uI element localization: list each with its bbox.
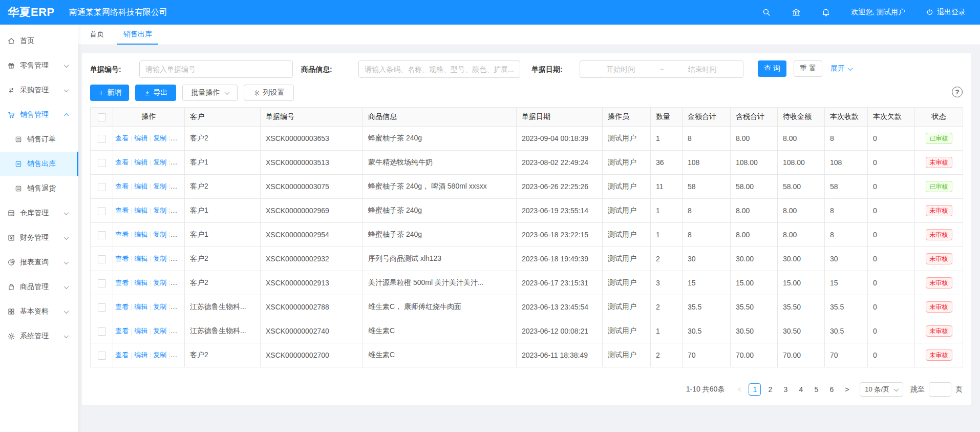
- sidebar-item-财务管理[interactable]: 财务管理: [0, 225, 78, 250]
- sidebar-item-采购管理[interactable]: 采购管理: [0, 78, 78, 102]
- row-checkbox[interactable]: [98, 231, 106, 239]
- action-link[interactable]: 查看: [115, 134, 129, 142]
- next-page-button[interactable]: >: [841, 383, 853, 396]
- page-button-3[interactable]: 3: [779, 383, 792, 396]
- action-link[interactable]: 复制: [153, 255, 166, 262]
- cell-receivable: 70.00: [778, 343, 825, 367]
- date-start-input[interactable]: [585, 65, 656, 73]
- action-link[interactable]: 查看: [115, 327, 129, 335]
- product-info-input[interactable]: [358, 60, 520, 78]
- row-checkbox[interactable]: [98, 279, 106, 287]
- toolbar: 新增 导出 批量操作 列设置 ?: [90, 85, 963, 101]
- tab-home[interactable]: 首页: [83, 25, 110, 45]
- table-header-row: 操作客户单据编号商品信息单据日期操作员数量金额合计含税合计待收金额本次收款本次欠…: [91, 108, 963, 127]
- cell-receivable: 8.00: [778, 199, 825, 223]
- tab-sales-outbound[interactable]: 销售出库: [117, 25, 158, 45]
- jump-to-page-input[interactable]: [929, 382, 951, 397]
- sidebar-item-label: 销售出库: [27, 159, 56, 169]
- expand-link[interactable]: 展开: [830, 60, 852, 77]
- row-checkbox[interactable]: [98, 303, 106, 312]
- action-link[interactable]: 编辑: [134, 303, 147, 311]
- action-link[interactable]: 复制: [153, 134, 166, 142]
- action-link[interactable]: 编辑: [134, 134, 147, 142]
- row-checkbox[interactable]: [98, 159, 106, 167]
- row-checkbox[interactable]: [98, 135, 106, 143]
- select-all-checkbox[interactable]: [98, 113, 106, 121]
- reset-button[interactable]: 重 置: [794, 60, 822, 77]
- sidebar-item-销售订单[interactable]: 销售订单: [0, 127, 78, 152]
- pagination: 1-10 共60条 < 123456 > 10 条/页 跳至 页: [686, 382, 963, 397]
- action-link[interactable]: 复制: [153, 231, 166, 238]
- action-link[interactable]: 编辑: [134, 351, 147, 359]
- sidebar-item-商品管理[interactable]: 商品管理: [0, 275, 78, 299]
- sidebar-item-销售退货[interactable]: 销售退货: [0, 176, 78, 201]
- action-link[interactable]: 编辑: [134, 231, 147, 238]
- add-button[interactable]: 新增: [90, 85, 129, 101]
- action-link[interactable]: 编辑: [134, 279, 147, 286]
- action-link[interactable]: 编辑: [134, 255, 147, 262]
- row-checkbox[interactable]: [98, 207, 106, 215]
- cell-tax_total: 8.00: [731, 127, 778, 151]
- batch-actions-dropdown[interactable]: 批量操作: [182, 85, 238, 101]
- date-range-picker[interactable]: ~: [580, 60, 743, 78]
- search-button[interactable]: 查 询: [758, 60, 786, 77]
- row-checkbox[interactable]: [98, 327, 106, 336]
- row-checkbox[interactable]: [98, 255, 106, 263]
- action-link[interactable]: 查看: [115, 255, 129, 262]
- action-link[interactable]: 查看: [115, 207, 129, 214]
- date-end-input[interactable]: [667, 65, 738, 73]
- sidebar-item-仓库管理[interactable]: 仓库管理: [0, 201, 78, 225]
- column-header: 待收金额: [778, 108, 825, 127]
- page-button-1[interactable]: 1: [749, 383, 761, 396]
- action-link[interactable]: 查看: [115, 158, 129, 166]
- action-link[interactable]: 查看: [115, 231, 129, 238]
- page-button-5[interactable]: 5: [810, 383, 822, 396]
- sidebar-item-报表查询[interactable]: 报表查询: [0, 250, 78, 275]
- page-button-4[interactable]: 4: [795, 383, 807, 396]
- action-link[interactable]: 编辑: [134, 158, 147, 166]
- search-icon[interactable]: [762, 8, 771, 17]
- bank-icon[interactable]: [792, 8, 801, 17]
- action-link[interactable]: 复制: [153, 279, 166, 286]
- action-link[interactable]: 查看: [115, 279, 129, 286]
- action-link[interactable]: 编辑: [134, 182, 147, 190]
- notification-bell-icon[interactable]: [821, 8, 830, 17]
- action-link[interactable]: 复制: [153, 207, 166, 214]
- cell-customer: 江苏德鲁生物科...: [185, 295, 261, 319]
- action-link[interactable]: 查看: [115, 351, 129, 359]
- page-button-2[interactable]: 2: [764, 383, 776, 396]
- sidebar-item-零售管理[interactable]: 零售管理: [0, 53, 78, 78]
- bill-no-input[interactable]: [139, 60, 293, 78]
- action-link[interactable]: 复制: [153, 303, 166, 311]
- action-link[interactable]: 复制: [153, 351, 166, 359]
- cell-qty: 2: [651, 343, 683, 367]
- page-size-select[interactable]: 10 条/页: [860, 382, 903, 397]
- action-link[interactable]: 复制: [153, 327, 166, 335]
- cell-operator: 测试用户: [603, 223, 651, 247]
- sidebar-item-系统管理[interactable]: 系统管理: [0, 324, 78, 348]
- logout-button[interactable]: 退出登录: [926, 8, 966, 17]
- action-link[interactable]: 编辑: [134, 327, 147, 335]
- export-button[interactable]: 导出: [135, 85, 176, 101]
- grid-icon: [7, 307, 15, 316]
- sidebar-item-基本资料[interactable]: 基本资料: [0, 299, 78, 324]
- prev-page-button[interactable]: <: [733, 383, 745, 396]
- action-link[interactable]: 复制: [153, 182, 166, 190]
- action-link[interactable]: 查看: [115, 303, 129, 311]
- help-icon[interactable]: ?: [952, 87, 963, 97]
- sidebar-item-首页[interactable]: 首页: [0, 29, 78, 53]
- cell-qty: 3: [651, 271, 683, 295]
- sidebar-item-销售管理[interactable]: 销售管理: [0, 102, 78, 127]
- column-settings-button[interactable]: 列设置: [244, 85, 294, 101]
- page-button-6[interactable]: 6: [825, 383, 838, 396]
- table-row: 查看|编辑|复制|删除客户1XSCK00000003513蒙牛精选牧场纯牛奶20…: [91, 151, 963, 175]
- row-checkbox[interactable]: [98, 352, 106, 360]
- action-link[interactable]: 编辑: [134, 207, 147, 214]
- sidebar-item-销售出库[interactable]: 销售出库: [0, 152, 78, 176]
- action-link[interactable]: 复制: [153, 158, 166, 166]
- action-link[interactable]: 查看: [115, 182, 129, 190]
- row-checkbox[interactable]: [98, 183, 106, 191]
- row-actions: 查看|编辑|复制|删除: [113, 247, 185, 271]
- swap-icon: [7, 86, 15, 94]
- top-header: 华夏ERP 南通某某网络科技有限公司 欢迎您, 测试用户 退出登录: [0, 0, 980, 25]
